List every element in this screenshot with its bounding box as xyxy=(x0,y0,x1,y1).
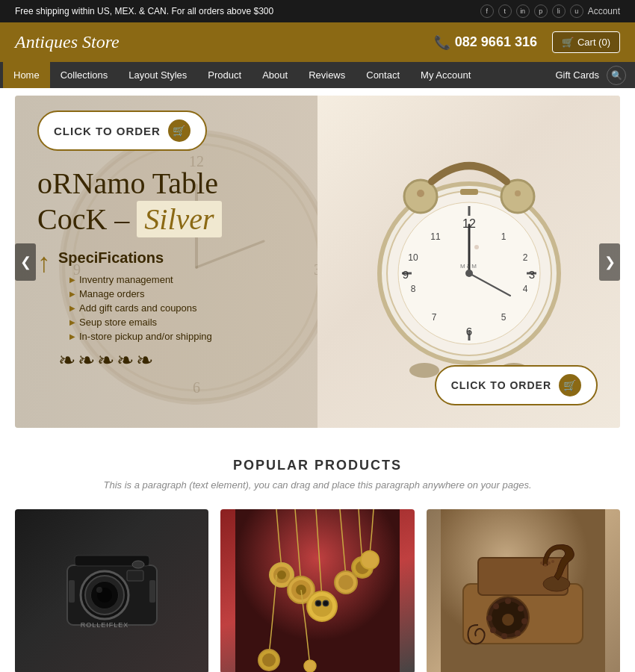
header-right: 📞 082 9661 316 🛒 Cart (0) xyxy=(434,31,620,53)
svg-point-86 xyxy=(493,603,499,609)
svg-point-91 xyxy=(551,560,554,563)
svg-point-92 xyxy=(540,561,543,564)
svg-point-56 xyxy=(277,570,286,579)
search-button[interactable]: 🔍 xyxy=(607,66,626,85)
hero-title-silver: Silver xyxy=(137,201,221,237)
spec-item: ▶ In-store pickup and/or shipping xyxy=(69,331,212,342)
site-logo: Antiques Store xyxy=(15,32,120,52)
arrow-up-icon: ↑ xyxy=(37,249,51,276)
header: Antiques Store 📞 082 9661 316 🛒 Cart (0) xyxy=(0,22,635,62)
hero-content: CLICK TO ORDER 🛒 oRNamo Table CocK – Sil… xyxy=(15,96,620,428)
twitter-icon[interactable]: t xyxy=(498,4,512,18)
nav-layout-styles[interactable]: Layout Styles xyxy=(118,62,197,88)
product-card-watches[interactable] xyxy=(220,509,414,672)
gift-cards-link[interactable]: Gift Cards xyxy=(555,69,599,81)
svg-point-80 xyxy=(518,606,524,612)
slider-prev-button[interactable]: ❮ xyxy=(15,243,36,281)
social-links: f t in p li u Account xyxy=(480,4,620,18)
svg-point-89 xyxy=(544,564,547,567)
nav-about[interactable]: About xyxy=(252,62,298,88)
svg-point-82 xyxy=(515,630,521,636)
svg-point-90 xyxy=(548,561,551,564)
phone-icon: 📞 xyxy=(434,34,450,51)
hero-ornament: ❧❧❧❧❧ xyxy=(58,348,212,373)
facebook-icon[interactable]: f xyxy=(480,4,494,18)
phone-svg xyxy=(441,509,605,672)
svg-rect-50 xyxy=(69,580,75,603)
phone-number: 📞 082 9661 316 xyxy=(434,34,537,51)
hero-order-button-top[interactable]: CLICK TO ORDER 🛒 xyxy=(37,111,207,151)
svg-point-64 xyxy=(316,601,320,606)
account-link[interactable]: Account xyxy=(588,6,620,16)
spec-item: ▶ Manage orders xyxy=(69,288,212,299)
nav-product[interactable]: Product xyxy=(197,62,252,88)
svg-text:ROLLEIFLEX: ROLLEIFLEX xyxy=(80,621,128,629)
order-cart-icon-bottom: 🛒 xyxy=(559,374,581,396)
product-image-watches xyxy=(220,509,414,672)
spec-item: ▶ Add gift cards and coupons xyxy=(69,302,212,314)
svg-point-65 xyxy=(323,601,328,606)
svg-point-79 xyxy=(505,598,511,604)
watches-svg xyxy=(235,509,400,672)
order-cart-icon-top: 🛒 xyxy=(168,119,190,142)
product-image-phone xyxy=(427,509,620,672)
svg-point-48 xyxy=(132,561,144,568)
section-subtitle: This is a paragraph (text element), you … xyxy=(15,479,620,491)
nav-items: Home Collections Layout Styles Product A… xyxy=(3,62,481,88)
user-icon[interactable]: u xyxy=(570,4,583,18)
svg-point-83 xyxy=(501,633,507,639)
svg-point-72 xyxy=(262,653,276,667)
order-button-bottom-label: CLICK TO ORDER xyxy=(451,379,551,391)
svg-point-67 xyxy=(338,575,353,590)
order-button-top-label: CLICK TO ORDER xyxy=(54,125,161,137)
section-title: POPULAR PRODUCTS xyxy=(15,458,620,473)
products-grid: ROLLEIFLEX xyxy=(15,509,620,672)
nav-contact[interactable]: Contact xyxy=(356,62,410,88)
nav-right: Gift Cards 🔍 xyxy=(555,66,632,85)
svg-point-46 xyxy=(96,587,102,593)
nav-home[interactable]: Home xyxy=(3,62,50,88)
popular-products-section: POPULAR PRODUCTS This is a paragraph (te… xyxy=(0,435,635,672)
specs-list: ▶ Inventry management ▶ Manage orders ▶ … xyxy=(69,274,212,342)
svg-point-73 xyxy=(304,660,316,672)
hero-inner: 12 3 6 9 xyxy=(15,96,620,428)
linkedin-icon[interactable]: li xyxy=(552,4,566,18)
spec-item: ▶ Seup store emails xyxy=(69,317,212,328)
svg-point-84 xyxy=(490,627,496,633)
pinterest-icon[interactable]: p xyxy=(534,4,548,18)
camera-svg: ROLLEIFLEX xyxy=(52,539,172,644)
hero-title: oRNamo Table CocK – Silver xyxy=(37,166,598,237)
instagram-icon[interactable]: in xyxy=(516,4,530,18)
cart-button[interactable]: 🛒 Cart (0) xyxy=(552,31,620,53)
product-card-camera[interactable]: ROLLEIFLEX xyxy=(15,509,208,672)
svg-point-85 xyxy=(486,615,492,621)
nav-reviews[interactable]: Reviews xyxy=(298,62,356,88)
spec-item: ▶ Inventry management xyxy=(69,274,212,285)
product-image-camera: ROLLEIFLEX xyxy=(15,509,208,672)
top-bar: Free shipping within US, MEX. & CAN. For… xyxy=(0,0,635,22)
specs-title: SpeciFications xyxy=(58,249,212,267)
product-card-phone[interactable] xyxy=(427,509,620,672)
cart-icon: 🛒 xyxy=(562,37,574,48)
main-nav: Home Collections Layout Styles Product A… xyxy=(0,62,635,88)
svg-rect-47 xyxy=(127,570,143,581)
slider-next-button[interactable]: ❯ xyxy=(599,243,620,281)
svg-point-70 xyxy=(361,551,379,569)
svg-point-81 xyxy=(521,618,527,624)
nav-my-account[interactable]: My Account xyxy=(410,62,481,88)
svg-point-87 xyxy=(502,614,514,626)
hero-order-button-bottom[interactable]: CLICK TO ORDER 🛒 xyxy=(435,365,598,405)
nav-collections[interactable]: Collections xyxy=(50,62,119,88)
shipping-text: Free shipping within US, MEX. & CAN. For… xyxy=(15,6,273,16)
hero-slider: 12 3 6 9 xyxy=(15,96,620,428)
svg-rect-51 xyxy=(149,580,155,603)
svg-point-61 xyxy=(312,596,332,617)
